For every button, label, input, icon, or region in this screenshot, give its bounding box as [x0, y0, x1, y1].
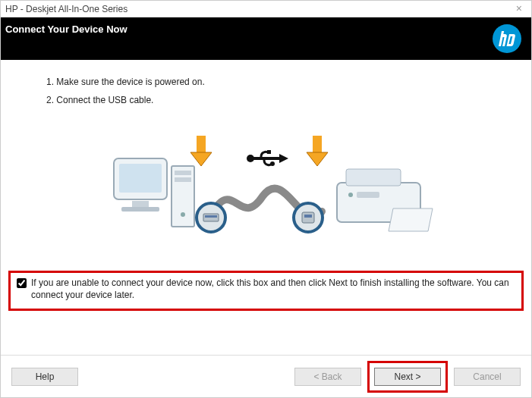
- wizard-header: Connect Your Device Now: [1, 17, 531, 60]
- usb-plug-a-icon: [197, 203, 225, 232]
- printer-icon: [337, 169, 433, 231]
- instruction-step-1: 1. Make sure the device is powered on.: [46, 77, 501, 87]
- skip-connection-box: If you are unable to connect your device…: [8, 271, 524, 311]
- svg-rect-5: [267, 150, 271, 154]
- step-text: Make sure the device is powered on.: [56, 77, 204, 87]
- svg-point-23: [348, 193, 353, 197]
- svg-point-20: [181, 212, 185, 217]
- usb-icon: [247, 150, 288, 166]
- step-number: 1.: [46, 77, 54, 87]
- svg-rect-24: [357, 192, 379, 198]
- svg-rect-14: [119, 164, 162, 193]
- usb-plug-b-icon: [294, 203, 323, 232]
- close-icon[interactable]: ×: [513, 2, 525, 14]
- instruction-step-2: 2. Connect the USB cable.: [46, 95, 501, 105]
- step-text: Connect the USB cable.: [56, 95, 153, 105]
- computer-icon: [114, 158, 194, 227]
- skip-connection-checkbox[interactable]: [17, 278, 27, 288]
- arrow-down-icon: [307, 136, 328, 166]
- svg-rect-1: [197, 136, 206, 152]
- svg-point-0: [493, 24, 521, 53]
- svg-rect-12: [304, 215, 312, 218]
- step-number: 2.: [46, 95, 54, 105]
- cancel-button: Cancel: [454, 368, 521, 386]
- titlebar: HP - Deskjet All-In-One Series ×: [1, 1, 531, 17]
- window-title: HP - Deskjet All-In-One Series: [5, 4, 127, 14]
- next-highlight-box: Next >: [367, 361, 448, 393]
- svg-rect-16: [121, 207, 159, 212]
- skip-connection-row[interactable]: If you are unable to connect your device…: [17, 277, 515, 301]
- svg-rect-9: [205, 215, 217, 218]
- next-button[interactable]: Next >: [374, 368, 441, 386]
- svg-rect-19: [175, 177, 191, 182]
- content-area: 1. Make sure the device is powered on. 2…: [1, 60, 531, 265]
- svg-rect-22: [346, 169, 401, 186]
- svg-point-6: [270, 161, 275, 166]
- svg-rect-18: [175, 171, 191, 175]
- usb-connection-illustration: [111, 136, 437, 257]
- illustration-container: [46, 136, 501, 257]
- hp-logo-icon: [492, 24, 522, 54]
- wizard-footer: Help < Back Next > Cancel: [1, 355, 531, 397]
- svg-rect-15: [132, 201, 149, 207]
- help-button[interactable]: Help: [11, 368, 78, 386]
- arrow-down-icon: [190, 136, 212, 166]
- svg-rect-2: [313, 136, 322, 152]
- svg-rect-4: [253, 157, 280, 160]
- skip-connection-label: If you are unable to connect your device…: [31, 277, 515, 301]
- back-button: < Back: [294, 368, 361, 386]
- wizard-title: Connect Your Device Now: [5, 24, 127, 35]
